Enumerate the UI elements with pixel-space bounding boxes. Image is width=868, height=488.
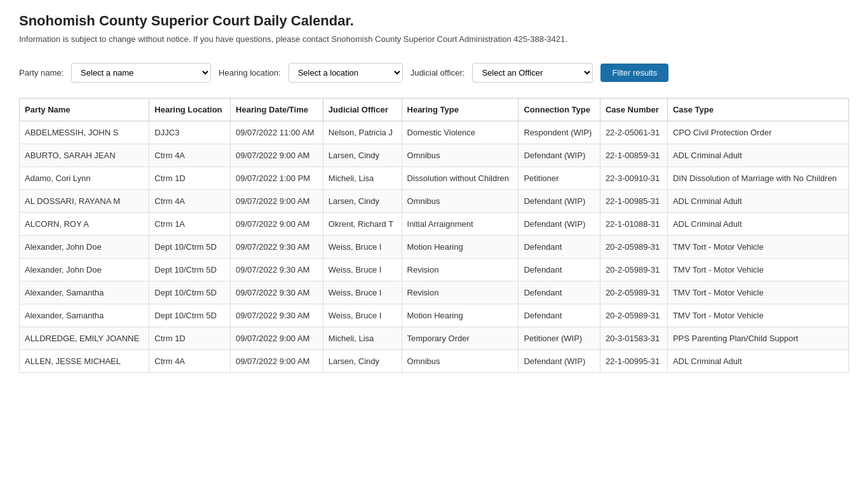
table-cell-judicial_officer: Nelson, Patricia J [323, 121, 402, 144]
judicial-officer-select[interactable]: Select an Officer [472, 63, 593, 83]
table-cell-connection_type: Defendant [519, 281, 600, 304]
table-cell-case_number: 22-1-01088-31 [600, 213, 667, 236]
table-cell-connection_type: Defendant (WIP) [519, 144, 600, 167]
table-cell-judicial_officer: Weiss, Bruce I [323, 236, 402, 259]
table-cell-hearing_type: Omnibus [402, 350, 519, 373]
table-cell-case_number: 20-2-05989-31 [600, 236, 667, 259]
filter-bar: Party name: Select a name Hearing locati… [19, 63, 849, 83]
table-header-row: Party NameHearing LocationHearing Date/T… [20, 98, 849, 121]
table-header-cell-6: Case Number [600, 98, 667, 121]
table-cell-case_type: TMV Tort - Motor Vehicle [667, 281, 848, 304]
table-cell-judicial_officer: Larsen, Cindy [323, 190, 402, 213]
table-cell-case_number: 22-1-00985-31 [600, 190, 667, 213]
table-cell-connection_type: Respondent (WIP) [519, 121, 600, 144]
table-cell-hearing_location: Ctrm 4A [149, 190, 231, 213]
table-cell-judicial_officer: Weiss, Bruce I [323, 304, 402, 327]
table-cell-connection_type: Defendant (WIP) [519, 213, 600, 236]
table-row: ALLEN, JESSE MICHAELCtrm 4A09/07/2022 9:… [20, 350, 849, 373]
table-cell-judicial_officer: Weiss, Bruce I [323, 259, 402, 281]
table-cell-hearing_datetime: 09/07/2022 11:00 AM [231, 121, 323, 144]
table-cell-case_type: TMV Tort - Motor Vehicle [667, 259, 848, 281]
table-cell-case_number: 20-2-05989-31 [600, 259, 667, 281]
party-name-select[interactable]: Select a name [71, 63, 211, 83]
table-cell-hearing_location: Ctrm 1D [149, 327, 231, 350]
table-cell-judicial_officer: Micheli, Lisa [323, 327, 402, 350]
filter-results-button[interactable]: Filter results [600, 64, 668, 82]
table-cell-judicial_officer: Micheli, Lisa [323, 167, 402, 190]
table-header-cell-3: Judicial Officer [323, 98, 402, 121]
table-cell-case_number: 22-1-00859-31 [600, 144, 667, 167]
table-cell-hearing_datetime: 09/07/2022 1:00 PM [231, 167, 323, 190]
table-cell-case_number: 20-2-05989-31 [600, 304, 667, 327]
table-cell-hearing_location: Ctrm 4A [149, 350, 231, 373]
table-cell-connection_type: Defendant (WIP) [519, 350, 600, 373]
calendar-table: Party NameHearing LocationHearing Date/T… [19, 98, 849, 373]
table-cell-hearing_datetime: 09/07/2022 9:30 AM [231, 236, 323, 259]
table-cell-case_type: TMV Tort - Motor Vehicle [667, 304, 848, 327]
table-cell-case_type: PPS Parenting Plan/Child Support [667, 327, 848, 350]
table-row: Alexander, John DoeDept 10/Ctrm 5D09/07/… [20, 259, 849, 281]
table-cell-party_name: ABDELMESSIH, JOHN S [20, 121, 149, 144]
table-cell-hearing_type: Domestic Violence [402, 121, 519, 144]
table-cell-case_number: 22-2-05061-31 [600, 121, 667, 144]
table-cell-hearing_location: Dept 10/Ctrm 5D [149, 236, 231, 259]
table-cell-case_type: DIN Dissolution of Marriage with No Chil… [667, 167, 848, 190]
page-title: Snohomish County Superior Court Daily Ca… [19, 13, 849, 29]
table-cell-case_type: ADL Criminal Adult [667, 213, 848, 236]
table-header-cell-4: Hearing Type [402, 98, 519, 121]
table-cell-case_type: TMV Tort - Motor Vehicle [667, 236, 848, 259]
table-cell-party_name: Alexander, Samantha [20, 281, 149, 304]
hearing-location-select[interactable]: Select a location [288, 63, 403, 83]
table-cell-case_type: ADL Criminal Adult [667, 190, 848, 213]
table-header-cell-2: Hearing Date/Time [231, 98, 323, 121]
table-header-cell-5: Connection Type [519, 98, 600, 121]
table-cell-hearing_location: Dept 10/Ctrm 5D [149, 281, 231, 304]
table-row: Alexander, John DoeDept 10/Ctrm 5D09/07/… [20, 236, 849, 259]
table-cell-hearing_location: Dept 10/Ctrm 5D [149, 259, 231, 281]
table-cell-case_number: 22-1-00995-31 [600, 350, 667, 373]
table-cell-judicial_officer: Larsen, Cindy [323, 350, 402, 373]
table-cell-case_number: 20-3-01583-31 [600, 327, 667, 350]
judicial-officer-label: Judicial officer: [410, 68, 465, 78]
table-cell-hearing_location: Ctrm 1A [149, 213, 231, 236]
table-cell-party_name: ALLEN, JESSE MICHAEL [20, 350, 149, 373]
table-cell-party_name: Alexander, Samantha [20, 304, 149, 327]
table-cell-connection_type: Defendant (WIP) [519, 190, 600, 213]
table-header-cell-7: Case Type [667, 98, 848, 121]
table-row: ABDELMESSIH, JOHN SDJJC309/07/2022 11:00… [20, 121, 849, 144]
table-cell-judicial_officer: Weiss, Bruce I [323, 281, 402, 304]
table-cell-hearing_location: DJJC3 [149, 121, 231, 144]
table-cell-hearing_type: Revision [402, 259, 519, 281]
table-cell-case_number: 20-2-05989-31 [600, 281, 667, 304]
table-cell-hearing_datetime: 09/07/2022 9:00 AM [231, 190, 323, 213]
table-cell-connection_type: Defendant [519, 304, 600, 327]
table-cell-case_type: ADL Criminal Adult [667, 144, 848, 167]
table-cell-connection_type: Petitioner [519, 167, 600, 190]
table-row: Alexander, SamanthaDept 10/Ctrm 5D09/07/… [20, 281, 849, 304]
table-header-cell-0: Party Name [20, 98, 149, 121]
table-cell-hearing_datetime: 09/07/2022 9:00 AM [231, 144, 323, 167]
page-subtitle: Information is subject to change without… [19, 34, 849, 44]
table-cell-hearing_location: Ctrm 1D [149, 167, 231, 190]
table-cell-connection_type: Petitioner (WIP) [519, 327, 600, 350]
table-cell-case_number: 22-3-00910-31 [600, 167, 667, 190]
table-cell-case_type: ADL Criminal Adult [667, 350, 848, 373]
table-cell-hearing_location: Ctrm 4A [149, 144, 231, 167]
table-cell-hearing_type: Motion Hearing [402, 236, 519, 259]
table-cell-connection_type: Defendant [519, 236, 600, 259]
table-header-cell-1: Hearing Location [149, 98, 231, 121]
table-cell-hearing_datetime: 09/07/2022 9:00 AM [231, 327, 323, 350]
table-row: Adamo, Cori LynnCtrm 1D09/07/2022 1:00 P… [20, 167, 849, 190]
table-cell-case_type: CPO Civil Protection Order [667, 121, 848, 144]
table-cell-party_name: Alexander, John Doe [20, 259, 149, 281]
table-cell-hearing_type: Motion Hearing [402, 304, 519, 327]
table-cell-hearing_type: Dissolution without Children [402, 167, 519, 190]
table-row: Alexander, SamanthaDept 10/Ctrm 5D09/07/… [20, 304, 849, 327]
table-cell-hearing_type: Omnibus [402, 190, 519, 213]
table-cell-hearing_datetime: 09/07/2022 9:00 AM [231, 213, 323, 236]
table-cell-party_name: ALCORN, ROY A [20, 213, 149, 236]
table-cell-judicial_officer: Larsen, Cindy [323, 144, 402, 167]
table-cell-party_name: AL DOSSARI, RAYANA M [20, 190, 149, 213]
table-cell-party_name: ALLDREDGE, EMILY JOANNE [20, 327, 149, 350]
table-cell-hearing_datetime: 09/07/2022 9:30 AM [231, 304, 323, 327]
